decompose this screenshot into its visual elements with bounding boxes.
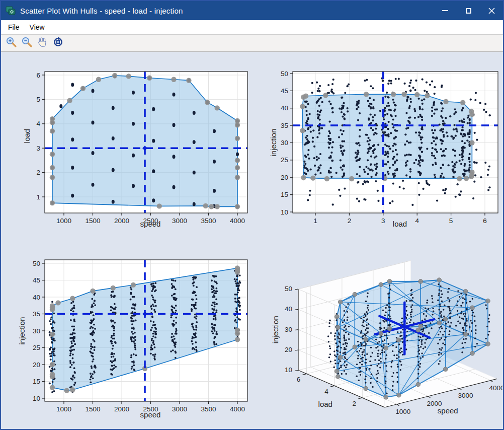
svg-text:6: 6 (36, 71, 40, 79)
svg-text:3500: 3500 (201, 405, 216, 413)
svg-text:45: 45 (281, 87, 288, 95)
rotate-3d-button[interactable] (50, 36, 65, 50)
svg-text:25: 25 (281, 156, 288, 164)
plot-injection-vs-load[interactable]: 123456101520253035404550loadinjection (253, 52, 503, 242)
window-title: Scatter Plot With Hulls - speed - load -… (20, 7, 434, 15)
svg-text:6: 6 (483, 217, 487, 225)
svg-text:30: 30 (281, 139, 288, 147)
z-axis-label-3d: injection (271, 316, 280, 343)
svg-text:50: 50 (281, 70, 288, 78)
svg-text:20: 20 (285, 346, 292, 353)
titlebar: Scatter Plot With Hulls - speed - load -… (1, 1, 503, 20)
maximize-icon (466, 8, 471, 14)
svg-text:6: 6 (297, 376, 301, 383)
svg-text:35: 35 (33, 310, 40, 318)
zoom-out-button[interactable] (19, 36, 34, 50)
svg-text:10: 10 (285, 366, 292, 374)
svg-text:50: 50 (285, 285, 292, 293)
x-axis-label-3d: speed (438, 406, 458, 415)
svg-text:2: 2 (348, 217, 352, 225)
svg-text:15: 15 (281, 191, 288, 198)
rotate-3d-icon (52, 36, 64, 50)
svg-text:50: 50 (33, 260, 40, 267)
svg-text:3000: 3000 (172, 405, 187, 413)
svg-text:45: 45 (33, 276, 40, 284)
svg-text:1500: 1500 (85, 405, 100, 413)
minimize-button[interactable] (434, 1, 457, 20)
svg-text:3500: 3500 (201, 217, 216, 225)
svg-text:1000: 1000 (395, 408, 410, 415)
svg-text:3000: 3000 (458, 392, 473, 399)
svg-text:3: 3 (36, 145, 40, 152)
y-axis-label-3d: load (318, 400, 332, 408)
svg-text:5: 5 (449, 217, 453, 225)
svg-text:10: 10 (281, 208, 288, 216)
svg-text:1500: 1500 (85, 217, 100, 225)
figure-canvas: 1000150020002500300035004000123456speedl… (1, 52, 503, 429)
menubar: FileView (1, 20, 503, 35)
zoom-in-button[interactable] (4, 36, 19, 50)
svg-text:2000: 2000 (114, 217, 129, 225)
svg-text:40: 40 (285, 305, 292, 313)
y-axis-label: injection (18, 317, 26, 344)
svg-text:4: 4 (36, 120, 40, 127)
svg-text:1000: 1000 (56, 217, 71, 225)
plot-hull-3d[interactable]: 10002000300040002461020304050speedloadin… (253, 242, 503, 429)
svg-text:2: 2 (36, 169, 40, 176)
maximize-button[interactable] (457, 1, 480, 20)
svg-text:5: 5 (36, 96, 40, 103)
close-icon (488, 8, 495, 14)
svg-text:20: 20 (281, 174, 288, 181)
svg-text:1: 1 (313, 217, 317, 225)
svg-text:30: 30 (33, 327, 40, 335)
svg-text:2: 2 (353, 400, 357, 407)
svg-text:25: 25 (33, 344, 40, 351)
svg-text:2000: 2000 (114, 405, 129, 413)
svg-text:40: 40 (33, 294, 40, 301)
svg-text:20: 20 (33, 361, 40, 369)
x-axis-label: speed (140, 220, 161, 228)
svg-text:10: 10 (33, 395, 40, 402)
menu-item-file[interactable]: File (3, 21, 25, 33)
plot-injection-vs-speed[interactable]: 1000150020002500300035004000101520253035… (1, 242, 253, 429)
svg-text:1000: 1000 (56, 405, 71, 413)
svg-text:4000: 4000 (230, 217, 245, 225)
pan-button[interactable] (35, 36, 50, 50)
y-axis-label: injection (269, 128, 278, 156)
svg-text:40: 40 (281, 104, 288, 112)
svg-text:4: 4 (324, 388, 328, 395)
svg-text:1: 1 (36, 193, 40, 201)
svg-text:3: 3 (381, 217, 385, 225)
svg-text:15: 15 (33, 378, 40, 385)
svg-text:4000: 4000 (230, 405, 245, 413)
pan-icon (37, 36, 48, 50)
svg-text:4000: 4000 (489, 384, 503, 392)
minimize-icon (442, 10, 448, 11)
x-axis-label: load (393, 220, 407, 228)
x-axis-label: speed (140, 410, 161, 419)
toolbar (1, 35, 503, 52)
zoom-in-icon (6, 36, 17, 50)
y-axis-label: load (23, 129, 31, 143)
zoom-out-icon (21, 36, 33, 50)
plot-load-vs-speed[interactable]: 1000150020002500300035004000123456speedl… (1, 52, 253, 242)
svg-text:30: 30 (285, 326, 292, 333)
svg-text:3000: 3000 (172, 217, 187, 225)
figure-app-icon (6, 6, 16, 15)
svg-text:35: 35 (281, 122, 288, 129)
svg-text:4: 4 (415, 217, 419, 225)
menu-item-view[interactable]: View (25, 21, 50, 33)
figure-window: Scatter Plot With Hulls - speed - load -… (0, 0, 504, 430)
close-button[interactable] (480, 1, 503, 20)
window-controls (434, 1, 503, 20)
